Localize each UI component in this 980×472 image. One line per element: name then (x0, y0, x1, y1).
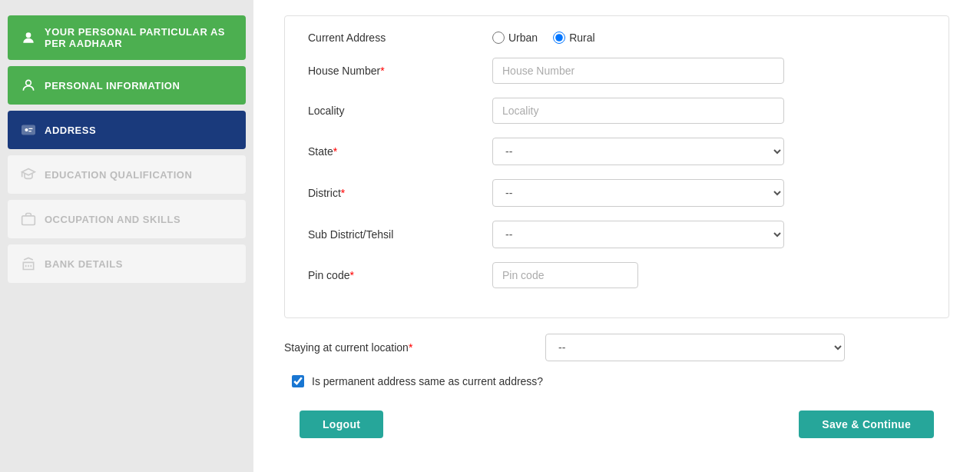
locality-row: Locality (308, 98, 925, 124)
sidebar-item-address[interactable]: ADDRESS (8, 111, 246, 149)
district-required: * (341, 187, 345, 199)
sidebar-item-label: YOUR PERSONAL PARTICULAR AS PER AADHAAR (45, 26, 233, 49)
sub-district-label: Sub District/Tehsil (308, 228, 492, 241)
svg-point-0 (26, 32, 31, 38)
button-row: Logout Save & Continue (284, 411, 949, 438)
house-number-row: House Number* (308, 58, 925, 84)
locality-input[interactable] (492, 98, 784, 124)
urban-rural-group: Urban Rural (492, 32, 595, 44)
address-card: Current Address Urban Rural House Number… (284, 15, 949, 318)
logout-button[interactable]: Logout (300, 411, 383, 438)
svg-point-1 (26, 80, 31, 85)
pin-code-label: Pin code* (308, 269, 492, 281)
main-content: Current Address Urban Rural House Number… (253, 0, 980, 472)
person-icon (20, 29, 37, 46)
sidebar-item-education[interactable]: EDUCATION QUALIFICATION (8, 155, 246, 194)
state-label: State* (308, 145, 492, 158)
sidebar-item-label: BANK DETAILS (45, 258, 123, 270)
state-row: State* -- (308, 138, 925, 165)
state-select[interactable]: -- (492, 138, 784, 165)
sub-district-select[interactable]: -- (492, 221, 784, 248)
permanent-address-row: Is permanent address same as current add… (284, 375, 949, 387)
save-continue-button[interactable]: Save & Continue (799, 411, 934, 438)
person-outline-icon (20, 77, 37, 94)
house-number-input[interactable] (492, 58, 784, 84)
sidebar-item-occupation[interactable]: OCCUPATION AND SKILLS (8, 200, 246, 238)
district-label: District* (308, 187, 492, 199)
state-required: * (333, 145, 337, 158)
staying-location-row: Staying at current location* -- (284, 334, 949, 361)
urban-label-text: Urban (508, 32, 538, 44)
sidebar-item-label: ADDRESS (45, 125, 96, 136)
sidebar-item-bank[interactable]: BANK DETAILS (8, 244, 246, 283)
sidebar-item-label: OCCUPATION AND SKILLS (45, 214, 180, 225)
education-icon (20, 166, 37, 183)
sub-district-row: Sub District/Tehsil -- (308, 221, 925, 248)
svg-rect-4 (22, 216, 35, 225)
house-number-required: * (380, 65, 384, 77)
bank-icon (20, 255, 37, 272)
svg-rect-2 (22, 125, 35, 135)
current-address-row: Current Address Urban Rural (308, 32, 925, 44)
staying-location-select[interactable]: -- (545, 334, 845, 361)
permanent-address-label: Is permanent address same as current add… (312, 375, 543, 387)
pin-code-input[interactable] (492, 262, 638, 288)
district-select[interactable]: -- (492, 179, 784, 207)
briefcase-icon (20, 211, 37, 228)
staying-location-label: Staying at current location* (284, 341, 545, 354)
rural-label-text: Rural (569, 32, 594, 44)
pin-code-row: Pin code* (308, 262, 925, 288)
rural-radio-label[interactable]: Rural (553, 32, 594, 44)
permanent-address-checkbox[interactable] (292, 375, 304, 387)
sidebar-item-label: PERSONAL INFORMATION (45, 80, 180, 91)
sidebar-item-personal-information[interactable]: PERSONAL INFORMATION (8, 66, 246, 105)
urban-radio-label[interactable]: Urban (492, 32, 538, 44)
district-row: District* -- (308, 179, 925, 207)
sidebar-item-personal-particular[interactable]: YOUR PERSONAL PARTICULAR AS PER AADHAAR (8, 15, 246, 60)
sidebar: YOUR PERSONAL PARTICULAR AS PER AADHAAR … (0, 0, 253, 472)
address-card-icon (20, 121, 37, 138)
locality-label: Locality (308, 105, 492, 117)
sidebar-item-label: EDUCATION QUALIFICATION (45, 169, 192, 181)
current-address-label: Current Address (308, 32, 492, 44)
house-number-label: House Number* (308, 65, 492, 77)
staying-required: * (409, 341, 412, 354)
pin-required: * (349, 269, 353, 281)
urban-radio[interactable] (492, 32, 505, 44)
rural-radio[interactable] (553, 32, 565, 44)
svg-point-3 (25, 128, 28, 131)
